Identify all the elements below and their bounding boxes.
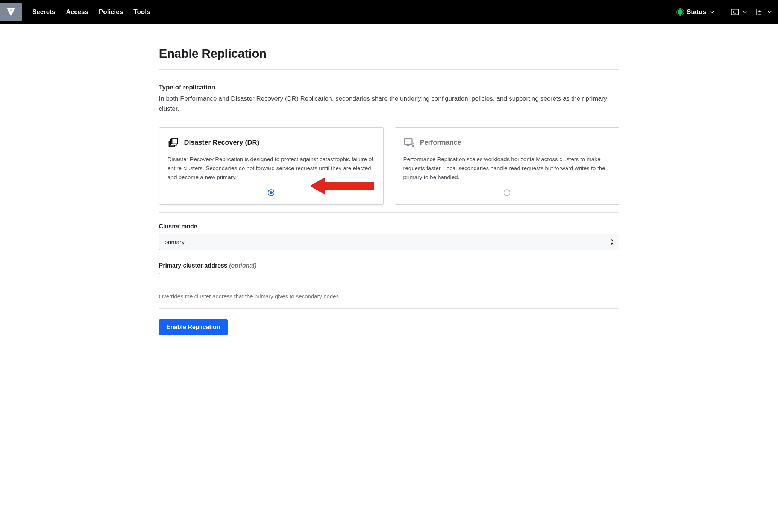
replication-type-label: Type of replication [159,84,619,91]
nav-policies[interactable]: Policies [99,8,123,16]
terminal-icon [731,8,739,16]
primary-cluster-address-label: Primary cluster address (optional) [159,262,619,269]
svg-point-9 [758,10,761,12]
status-label: Status [687,8,706,16]
chevron-down-icon [743,10,747,14]
cluster-mode-label: Cluster mode [159,223,619,230]
footer-divider [0,361,778,361]
main-content: Enable Replication Type of replication I… [156,24,622,350]
svg-rect-6 [731,9,738,15]
chevron-down-icon [767,10,772,14]
performance-option-desc: Performance Replication scales workloads… [403,155,611,182]
nav-links: Secrets Access Policies Tools [32,8,150,16]
performance-option-radio[interactable] [504,189,510,196]
performance-icon [403,137,415,148]
nav-tools[interactable]: Tools [133,8,150,16]
cluster-mode-select[interactable]: primary [159,234,619,250]
replication-dr-icon [168,137,179,148]
chevron-down-icon [710,10,714,14]
svg-rect-0 [10,9,11,9]
user-dropdown[interactable] [755,8,772,16]
performance-option-card[interactable]: Performance Performance Replication scal… [395,127,619,205]
status-dropdown[interactable]: Status [678,5,722,19]
page-title: Enable Replication [159,47,619,61]
console-dropdown[interactable] [731,8,747,16]
divider [159,69,619,70]
status-indicator-icon [678,9,683,15]
svg-rect-4 [10,11,11,11]
app-logo[interactable] [0,3,22,21]
svg-rect-1 [11,9,12,9]
nav-access[interactable]: Access [66,8,88,16]
svg-rect-5 [11,11,12,11]
svg-rect-3 [11,10,12,10]
primary-cluster-address-help: Overrides the cluster address that the p… [159,293,619,299]
nav-secrets[interactable]: Secrets [32,8,55,16]
divider [159,308,619,309]
dr-option-desc: Disaster Recovery Replication is designe… [168,155,375,182]
replication-type-desc: In both Performance and Disaster Recover… [159,94,619,114]
divider [159,212,619,213]
performance-option-title: Performance [420,139,461,147]
topbar: Secrets Access Policies Tools Status [0,0,778,24]
enable-replication-button[interactable]: Enable Replication [159,319,228,335]
vault-logo-icon [6,7,16,17]
svg-rect-2 [10,10,11,10]
dr-option-title: Disaster Recovery (DR) [184,139,259,147]
primary-cluster-address-input[interactable] [159,273,619,289]
dr-option-radio[interactable] [268,189,274,196]
svg-rect-12 [172,138,177,144]
user-icon [755,8,764,16]
replication-type-cards: Disaster Recovery (DR) Disaster Recovery… [159,127,619,205]
dr-option-card[interactable]: Disaster Recovery (DR) Disaster Recovery… [159,127,384,205]
